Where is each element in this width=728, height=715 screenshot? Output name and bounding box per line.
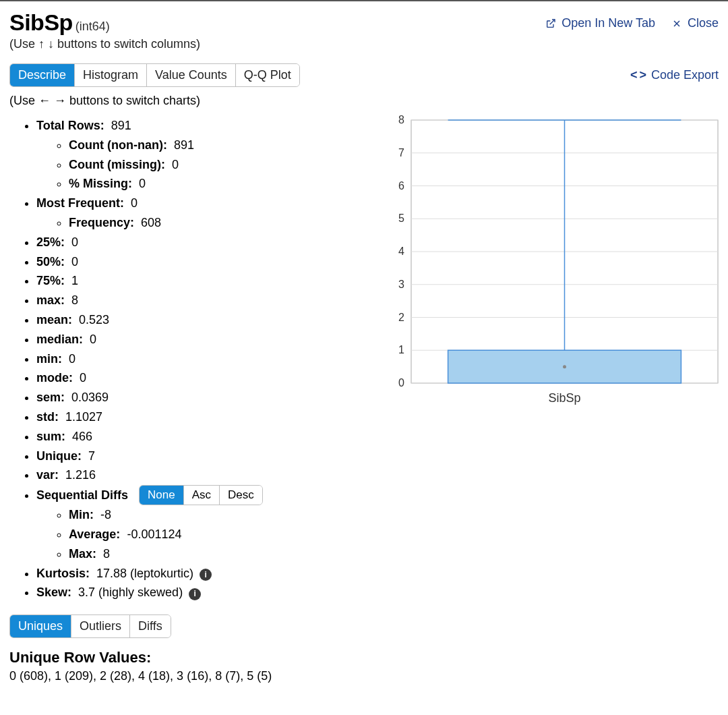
chart-type-tabs: Describe Histogram Value Counts Q-Q Plot (9, 63, 300, 87)
stat-seq-max: Max: 8 (69, 544, 367, 564)
stat-p25: 25%: 0 (36, 233, 367, 252)
boxplot-chart[interactable]: 012345678SibSp (377, 113, 728, 410)
info-icon[interactable]: i (189, 588, 201, 600)
tab-describe[interactable]: Describe (10, 64, 75, 86)
svg-text:8: 8 (398, 114, 404, 125)
stat-count-nonnan: Count (non-nan): 891 (69, 136, 367, 155)
stat-max: max: 8 (36, 291, 367, 310)
info-icon[interactable]: i (200, 569, 212, 581)
tab-histogram[interactable]: Histogram (75, 64, 147, 86)
svg-point-22 (563, 365, 566, 368)
describe-stats-list: Total Rows: 891 Count (non-nan): 891 Cou… (9, 116, 367, 602)
stat-min: min: 0 (36, 349, 367, 369)
tab-value-counts[interactable]: Value Counts (147, 64, 236, 86)
svg-text:4: 4 (398, 246, 404, 257)
unique-values-heading: Unique Row Values: (9, 649, 719, 666)
stat-std: std: 1.1027 (36, 407, 367, 427)
stat-var: var: 1.216 (36, 465, 367, 485)
svg-text:SibSp: SibSp (548, 391, 580, 405)
svg-text:3: 3 (398, 279, 404, 290)
svg-text:1: 1 (398, 344, 404, 355)
stat-median: median: 0 (36, 330, 367, 349)
external-link-icon (545, 18, 556, 29)
code-icon: < > (630, 68, 646, 82)
tab-uniques[interactable]: Uniques (10, 615, 71, 637)
seq-sort-asc[interactable]: Asc (184, 486, 220, 505)
stat-skew: Skew: 3.7 (highly skewed) i (36, 583, 367, 602)
tab-diffs[interactable]: Diffs (130, 615, 171, 637)
stat-p75: 75%: 1 (36, 271, 367, 291)
stat-mode: mode: 0 (36, 368, 367, 388)
stat-sem: sem: 0.0369 (36, 388, 367, 407)
column-dtype: (int64) (75, 20, 110, 33)
stat-most-frequent: Most Frequent: 0 Frequency: 608 (36, 194, 367, 233)
svg-text:6: 6 (398, 180, 404, 192)
tab-qqplot[interactable]: Q-Q Plot (236, 64, 299, 86)
open-in-new-tab-label: Open In New Tab (562, 16, 655, 30)
svg-text:5: 5 (398, 212, 404, 224)
stat-sum: sum: 466 (36, 427, 367, 447)
code-export-label: Code Export (651, 68, 719, 82)
switch-columns-hint: (Use ↑ ↓ buttons to switch columns) (9, 37, 200, 51)
open-in-new-tab-button[interactable]: Open In New Tab (545, 16, 655, 30)
stat-count-missing: Count (missing): 0 (69, 155, 367, 175)
stat-frequency: Frequency: 608 (69, 213, 367, 233)
switch-charts-hint: (Use ← → buttons to switch charts) (9, 94, 719, 108)
unique-values-list: 0 (608), 1 (209), 2 (28), 4 (18), 3 (16)… (9, 669, 719, 683)
stat-p50: 50%: 0 (36, 252, 367, 272)
stat-unique: Unique: 7 (36, 447, 367, 466)
stat-seq-diffs: Sequential Diffs None Asc Desc Min: -8 A… (36, 485, 367, 563)
stat-seq-avg: Average: -0.001124 (69, 525, 367, 544)
code-export-button[interactable]: < > Code Export (630, 68, 719, 82)
column-title: SibSp (9, 9, 73, 35)
stat-kurtosis: Kurtosis: 17.88 (leptokurtic) i (36, 564, 367, 583)
stat-mean: mean: 0.523 (36, 310, 367, 330)
close-icon (671, 18, 682, 29)
svg-text:2: 2 (398, 312, 404, 323)
svg-text:7: 7 (398, 147, 404, 159)
stat-total-rows: Total Rows: 891 Count (non-nan): 891 Cou… (36, 116, 367, 194)
seq-sort-desc[interactable]: Desc (220, 486, 262, 505)
unique-section-tabs: Uniques Outliers Diffs (9, 614, 171, 638)
tab-outliers[interactable]: Outliers (71, 615, 130, 637)
svg-text:0: 0 (398, 377, 404, 389)
seq-sort-none[interactable]: None (140, 486, 184, 505)
stat-pct-missing: % Missing: 0 (69, 174, 367, 194)
close-button[interactable]: Close (671, 16, 719, 30)
seq-diffs-sort-tabs: None Asc Desc (139, 485, 263, 505)
close-label: Close (688, 16, 719, 30)
stat-seq-min: Min: -8 (69, 505, 367, 525)
